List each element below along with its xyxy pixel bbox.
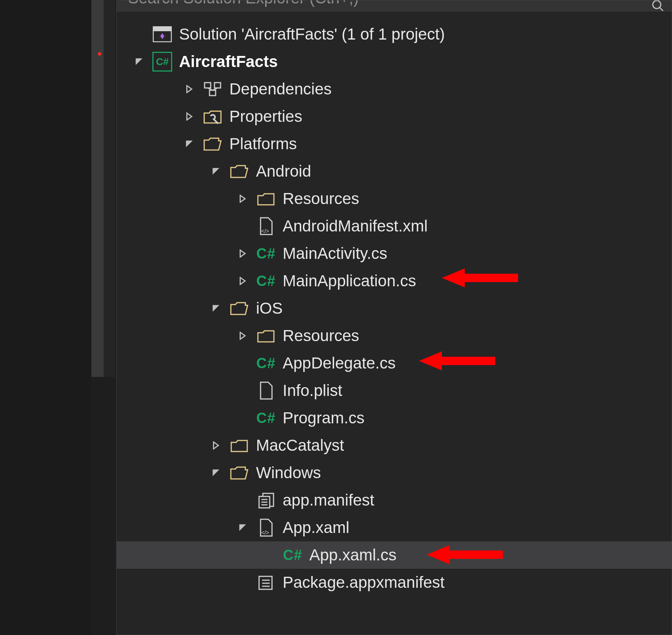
expander-icon[interactable] (212, 167, 229, 176)
app-manifest-node[interactable]: ▶ app.manifest (117, 487, 672, 514)
xaml-file-icon: </> (255, 519, 277, 537)
expander-icon[interactable] (185, 140, 202, 148)
expander-icon[interactable] (238, 332, 255, 340)
breakpoint-dot (98, 52, 101, 56)
ios-node[interactable]: iOS (117, 295, 672, 322)
android-manifest-node[interactable]: ▶ </> AndroidManifest.xml (117, 212, 672, 240)
ios-resources-node[interactable]: Resources (117, 322, 672, 349)
project-label: AircraftFacts (179, 53, 278, 71)
folder-closed-icon (229, 438, 250, 453)
xml-file-icon: </> (255, 217, 277, 235)
dependencies-node[interactable]: Dependencies (117, 75, 672, 103)
app-xaml-node[interactable]: </> App.xaml (117, 514, 672, 541)
expander-icon[interactable] (135, 57, 152, 66)
expander-icon[interactable] (185, 112, 202, 121)
csharp-file-icon: C# (255, 273, 277, 289)
main-application-node[interactable]: C# MainApplication.cs (117, 267, 672, 295)
search-box[interactable]: Search Solution Explorer (Ctrl+;) (117, 0, 672, 11)
mac-catalyst-node[interactable]: MacCatalyst (117, 432, 672, 459)
csharp-file-icon: C# (282, 547, 303, 563)
solution-icon (152, 26, 173, 42)
expander-icon[interactable] (238, 523, 255, 532)
file-icon (255, 381, 277, 400)
folder-open-icon (229, 301, 250, 316)
program-cs-node[interactable]: ▶ C# Program.cs (117, 404, 672, 432)
csharp-file-icon: C# (255, 410, 277, 426)
svg-line-1 (660, 8, 663, 11)
svg-rect-5 (214, 83, 221, 88)
svg-point-0 (653, 1, 661, 9)
dependencies-icon (202, 81, 223, 97)
expander-icon[interactable] (212, 304, 229, 313)
folder-open-icon (229, 164, 250, 179)
solution-node[interactable]: ▶ Solution 'AircraftFacts' (1 of 1 proje… (117, 21, 672, 48)
expander-icon[interactable] (212, 441, 229, 450)
folder-closed-icon (255, 191, 277, 206)
android-resources-node[interactable]: Resources (117, 185, 672, 212)
manifest-file-icon (255, 492, 277, 509)
search-placeholder: Search Solution Explorer (Ctrl+;) (128, 0, 651, 3)
package-manifest-icon (255, 574, 277, 591)
platforms-node[interactable]: Platforms (117, 130, 672, 158)
folder-open-icon (202, 136, 223, 152)
main-activity-node[interactable]: C# MainActivity.cs (117, 240, 672, 267)
solution-label: Solution 'AircraftFacts' (1 of 1 project… (179, 25, 445, 43)
folder-open-icon (229, 465, 250, 480)
windows-node[interactable]: Windows (117, 459, 672, 487)
svg-text:</>: </> (261, 228, 269, 234)
properties-node[interactable]: Properties (117, 103, 672, 130)
info-plist-node[interactable]: ▶ Info.plist (117, 377, 672, 404)
package-appxmanifest-node[interactable]: ▶ Package.appxmanifest (117, 569, 672, 596)
search-icon (651, 0, 665, 11)
app-xaml-cs-node[interactable]: ▶ C# App.xaml.cs (117, 541, 672, 569)
svg-text:</>: </> (261, 530, 269, 536)
expander-icon[interactable] (238, 195, 255, 203)
expander-icon[interactable] (212, 469, 229, 477)
project-node[interactable]: C# AircraftFacts (117, 48, 672, 75)
expander-icon[interactable] (185, 85, 202, 93)
app-delegate-node[interactable]: ▶ C# AppDelegate.cs (117, 349, 672, 377)
svg-rect-6 (210, 90, 216, 96)
csharp-file-icon: C# (255, 355, 277, 372)
expander-icon[interactable] (238, 249, 255, 258)
csharp-file-icon: C# (255, 246, 277, 262)
android-node[interactable]: Android (117, 158, 672, 185)
solution-tree: ▶ Solution 'AircraftFacts' (1 of 1 proje… (117, 11, 672, 596)
expander-icon[interactable] (238, 277, 255, 285)
wrench-folder-icon (202, 108, 223, 124)
folder-closed-icon (255, 328, 277, 343)
svg-rect-4 (205, 83, 211, 88)
svg-rect-3 (153, 27, 171, 31)
solution-explorer-panel: Search Solution Explorer (Ctrl+;) ▶ (116, 0, 672, 635)
csharp-project-icon: C# (152, 52, 173, 72)
